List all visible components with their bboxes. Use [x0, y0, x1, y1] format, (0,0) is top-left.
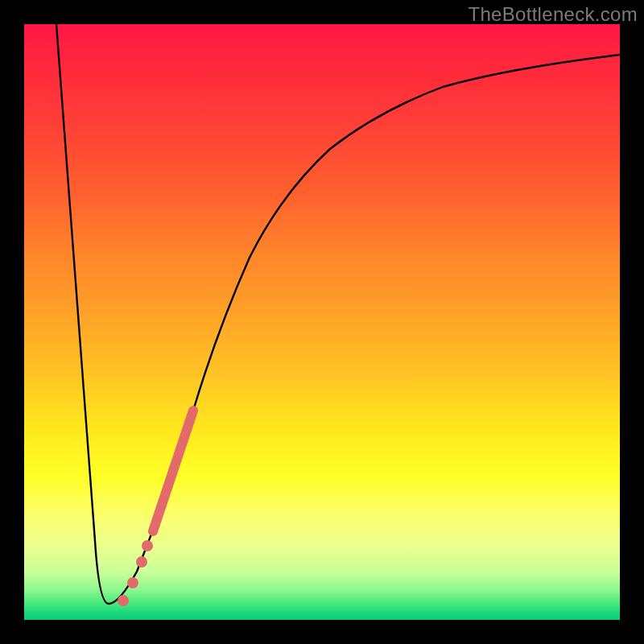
highlight-dot — [136, 556, 147, 568]
highlight-dot — [127, 577, 138, 588]
highlight-dot — [118, 595, 129, 606]
highlight-dot — [142, 540, 153, 551]
highlight-segment — [153, 411, 193, 531]
bottleneck-curve — [56, 24, 620, 604]
watermark-text: TheBottleneck.com — [468, 3, 638, 26]
curve-layer — [24, 24, 620, 620]
plot-area — [24, 24, 620, 620]
chart-frame: TheBottleneck.com — [0, 0, 644, 644]
